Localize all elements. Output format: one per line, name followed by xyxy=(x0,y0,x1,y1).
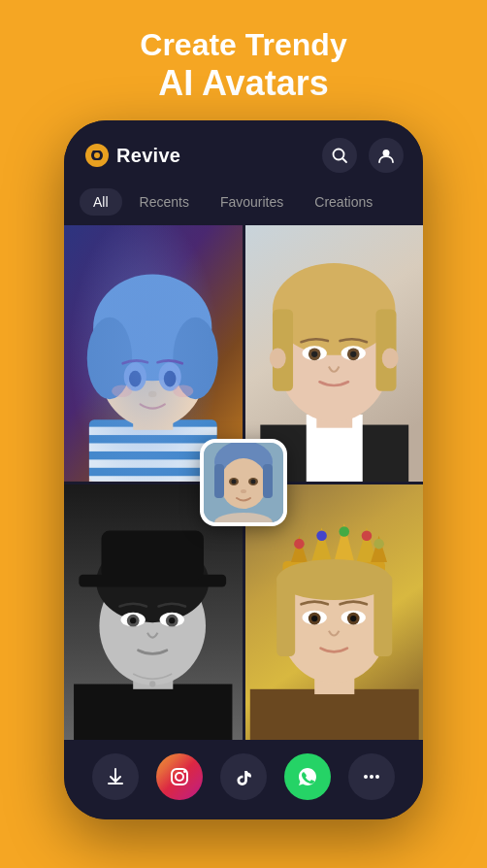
svg-point-94 xyxy=(375,775,379,779)
header-line2: AI Avatars xyxy=(140,63,346,103)
search-button[interactable] xyxy=(322,138,357,173)
svg-point-39 xyxy=(350,351,356,357)
svg-point-85 xyxy=(232,480,237,484)
tab-all[interactable]: All xyxy=(80,188,122,216)
svg-point-87 xyxy=(241,489,246,493)
tab-recents[interactable]: Recents xyxy=(126,188,203,216)
svg-line-3 xyxy=(343,159,347,163)
svg-point-19 xyxy=(129,371,142,387)
profile-icon xyxy=(377,147,395,164)
svg-point-13 xyxy=(99,310,206,428)
tiktok-icon xyxy=(232,765,255,788)
bottom-bar xyxy=(64,740,423,819)
svg-point-16 xyxy=(173,317,217,399)
tabs-bar: All Recents Favourites Creations xyxy=(64,183,423,225)
svg-point-76 xyxy=(311,616,317,621)
top-icons xyxy=(322,138,404,173)
header-area: Create Trendy AI Avatars xyxy=(120,0,366,120)
svg-point-32 xyxy=(269,349,285,369)
svg-rect-9 xyxy=(89,444,217,451)
svg-point-77 xyxy=(350,616,356,621)
svg-point-53 xyxy=(149,681,155,686)
svg-rect-8 xyxy=(89,427,217,435)
more-icon xyxy=(361,766,382,787)
svg-point-33 xyxy=(381,349,398,369)
svg-rect-7 xyxy=(89,419,217,481)
search-icon xyxy=(331,147,348,164)
instagram-button[interactable] xyxy=(156,753,203,800)
svg-rect-55 xyxy=(249,688,418,740)
svg-point-71 xyxy=(276,559,391,600)
svg-rect-81 xyxy=(214,464,224,498)
image-grid xyxy=(64,225,423,740)
logo-icon xyxy=(83,142,111,169)
tab-creations[interactable]: Creations xyxy=(301,188,386,216)
more-button[interactable] xyxy=(348,753,395,800)
tiktok-button[interactable] xyxy=(220,753,267,800)
whatsapp-button[interactable] xyxy=(284,753,331,800)
svg-rect-11 xyxy=(89,476,217,481)
selfie-card xyxy=(200,439,287,526)
instagram-icon xyxy=(168,765,191,788)
selfie-image xyxy=(204,443,283,522)
svg-point-38 xyxy=(311,351,317,357)
svg-rect-12 xyxy=(133,399,173,430)
profile-button[interactable] xyxy=(369,138,404,173)
svg-point-52 xyxy=(169,618,175,623)
svg-point-2 xyxy=(334,150,344,160)
header-line1: Create Trendy xyxy=(140,27,346,63)
svg-rect-46 xyxy=(102,530,204,580)
svg-point-51 xyxy=(130,618,136,623)
svg-point-65 xyxy=(316,530,327,541)
svg-point-90 xyxy=(176,773,183,781)
svg-point-23 xyxy=(173,385,193,398)
svg-point-21 xyxy=(148,391,156,397)
svg-point-4 xyxy=(383,150,390,156)
download-icon xyxy=(105,766,126,787)
svg-point-67 xyxy=(361,530,372,541)
svg-point-17 xyxy=(124,362,146,391)
svg-point-1 xyxy=(94,152,100,158)
tab-favourites[interactable]: Favourites xyxy=(207,188,297,216)
phone-mockup: Revive All Recents Favourites Creations xyxy=(64,120,423,819)
svg-point-18 xyxy=(159,362,181,391)
svg-point-15 xyxy=(87,317,132,399)
svg-rect-41 xyxy=(74,684,232,740)
svg-point-20 xyxy=(164,371,177,387)
svg-point-14 xyxy=(93,275,211,382)
svg-point-93 xyxy=(370,775,373,779)
svg-point-92 xyxy=(364,775,368,779)
svg-point-91 xyxy=(183,770,186,773)
svg-rect-10 xyxy=(89,460,217,468)
svg-point-22 xyxy=(112,385,132,398)
top-bar: Revive xyxy=(64,120,423,183)
svg-point-64 xyxy=(294,539,305,550)
svg-rect-82 xyxy=(263,464,273,498)
selfie-portrait xyxy=(204,443,283,522)
logo-area: Revive xyxy=(83,142,180,169)
svg-point-66 xyxy=(339,526,349,537)
download-button[interactable] xyxy=(92,753,139,800)
svg-point-86 xyxy=(251,480,256,484)
svg-point-68 xyxy=(373,539,384,550)
whatsapp-icon xyxy=(296,765,319,788)
app-name: Revive xyxy=(116,145,180,167)
